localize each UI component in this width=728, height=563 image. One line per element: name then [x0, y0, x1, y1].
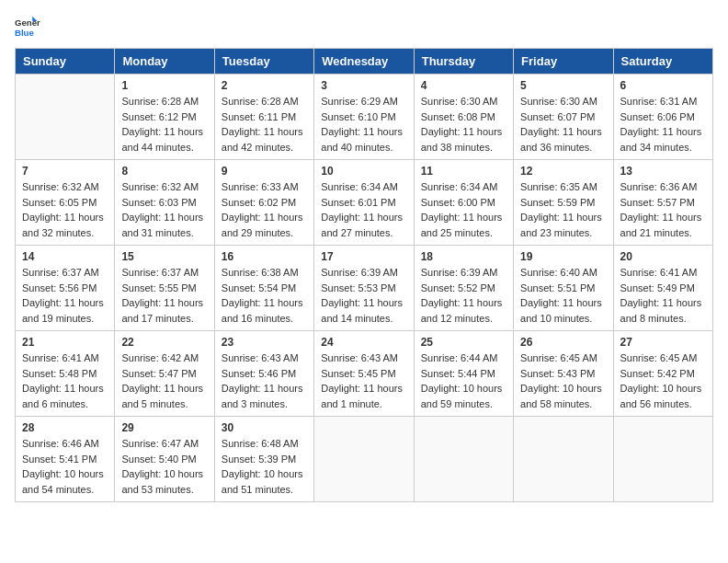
day-info: Sunrise: 6:41 AMSunset: 5:49 PMDaylight:… [620, 265, 706, 326]
day-info: Sunrise: 6:34 AMSunset: 6:00 PMDaylight:… [421, 179, 506, 240]
weekday-header-row: SundayMondayTuesdayWednesdayThursdayFrid… [16, 49, 713, 75]
day-number: 16 [222, 250, 307, 263]
calendar-cell: 10Sunrise: 6:34 AMSunset: 6:01 PMDayligh… [314, 160, 414, 246]
calendar-cell [414, 417, 513, 502]
day-info: Sunrise: 6:43 AMSunset: 5:45 PMDaylight:… [321, 350, 406, 411]
day-number: 13 [620, 165, 706, 178]
calendar-cell: 24Sunrise: 6:43 AMSunset: 5:45 PMDayligh… [314, 331, 414, 417]
day-number: 6 [620, 79, 706, 92]
day-number: 26 [520, 336, 606, 349]
day-number: 21 [22, 336, 108, 349]
weekday-header-thursday: Thursday [414, 49, 513, 75]
day-number: 7 [22, 165, 108, 178]
calendar-cell: 1Sunrise: 6:28 AMSunset: 6:12 PMDaylight… [115, 75, 214, 160]
calendar-cell: 11Sunrise: 6:34 AMSunset: 6:00 PMDayligh… [414, 160, 513, 246]
day-number: 20 [620, 250, 706, 263]
day-info: Sunrise: 6:43 AMSunset: 5:46 PMDaylight:… [222, 350, 307, 411]
week-row-3: 14Sunrise: 6:37 AMSunset: 5:56 PMDayligh… [16, 246, 713, 331]
day-number: 9 [222, 165, 307, 178]
svg-text:Blue: Blue [15, 28, 34, 38]
week-row-4: 21Sunrise: 6:41 AMSunset: 5:48 PMDayligh… [16, 331, 713, 417]
day-info: Sunrise: 6:37 AMSunset: 5:55 PMDaylight:… [121, 265, 207, 326]
day-info: Sunrise: 6:30 AMSunset: 6:07 PMDaylight:… [520, 94, 606, 155]
calendar-cell [514, 417, 613, 502]
calendar-cell: 15Sunrise: 6:37 AMSunset: 5:55 PMDayligh… [115, 246, 214, 331]
day-number: 30 [222, 421, 307, 434]
calendar-cell: 25Sunrise: 6:44 AMSunset: 5:44 PMDayligh… [414, 331, 513, 417]
calendar-table: SundayMondayTuesdayWednesdayThursdayFrid… [15, 48, 713, 502]
day-number: 10 [321, 165, 406, 178]
week-row-1: 1Sunrise: 6:28 AMSunset: 6:12 PMDaylight… [16, 75, 713, 160]
calendar-cell: 2Sunrise: 6:28 AMSunset: 6:11 PMDaylight… [214, 75, 313, 160]
weekday-header-sunday: Sunday [16, 49, 115, 75]
calendar-cell: 26Sunrise: 6:45 AMSunset: 5:43 PMDayligh… [514, 331, 613, 417]
calendar-cell: 30Sunrise: 6:48 AMSunset: 5:39 PMDayligh… [214, 417, 313, 502]
day-number: 14 [22, 250, 108, 263]
day-info: Sunrise: 6:36 AMSunset: 5:57 PMDaylight:… [620, 179, 706, 240]
weekday-header-friday: Friday [514, 49, 613, 75]
day-number: 1 [121, 79, 207, 92]
calendar-cell: 4Sunrise: 6:30 AMSunset: 6:08 PMDaylight… [414, 75, 513, 160]
week-row-2: 7Sunrise: 6:32 AMSunset: 6:05 PMDaylight… [16, 160, 713, 246]
day-info: Sunrise: 6:48 AMSunset: 5:39 PMDaylight:… [222, 436, 307, 497]
day-number: 17 [321, 250, 406, 263]
calendar-cell: 16Sunrise: 6:38 AMSunset: 5:54 PMDayligh… [214, 246, 313, 331]
day-number: 22 [121, 336, 207, 349]
weekday-header-saturday: Saturday [613, 49, 712, 75]
day-info: Sunrise: 6:39 AMSunset: 5:53 PMDaylight:… [321, 265, 406, 326]
day-number: 12 [520, 165, 606, 178]
day-number: 3 [321, 79, 406, 92]
calendar-cell: 12Sunrise: 6:35 AMSunset: 5:59 PMDayligh… [514, 160, 613, 246]
day-number: 2 [222, 79, 307, 92]
day-number: 27 [620, 336, 706, 349]
day-info: Sunrise: 6:37 AMSunset: 5:56 PMDaylight:… [22, 265, 108, 326]
day-number: 29 [121, 421, 207, 434]
day-info: Sunrise: 6:28 AMSunset: 6:11 PMDaylight:… [222, 94, 307, 155]
day-number: 28 [22, 421, 108, 434]
day-info: Sunrise: 6:42 AMSunset: 5:47 PMDaylight:… [121, 350, 207, 411]
day-info: Sunrise: 6:41 AMSunset: 5:48 PMDaylight:… [22, 350, 108, 411]
day-info: Sunrise: 6:45 AMSunset: 5:42 PMDaylight:… [620, 350, 706, 411]
calendar-cell: 28Sunrise: 6:46 AMSunset: 5:41 PMDayligh… [16, 417, 115, 502]
page-header: General Blue [15, 15, 713, 40]
day-number: 24 [321, 336, 406, 349]
day-number: 8 [121, 165, 207, 178]
day-number: 15 [121, 250, 207, 263]
calendar-cell: 9Sunrise: 6:33 AMSunset: 6:02 PMDaylight… [214, 160, 313, 246]
day-number: 18 [421, 250, 506, 263]
day-info: Sunrise: 6:33 AMSunset: 6:02 PMDaylight:… [222, 179, 307, 240]
day-number: 5 [520, 79, 606, 92]
day-info: Sunrise: 6:34 AMSunset: 6:01 PMDaylight:… [321, 179, 406, 240]
calendar-cell: 29Sunrise: 6:47 AMSunset: 5:40 PMDayligh… [115, 417, 214, 502]
weekday-header-wednesday: Wednesday [314, 49, 414, 75]
calendar-cell [613, 417, 712, 502]
day-info: Sunrise: 6:44 AMSunset: 5:44 PMDaylight:… [421, 350, 506, 411]
day-number: 11 [421, 165, 506, 178]
weekday-header-tuesday: Tuesday [214, 49, 313, 75]
calendar-cell [16, 75, 115, 160]
calendar-cell: 5Sunrise: 6:30 AMSunset: 6:07 PMDaylight… [514, 75, 613, 160]
day-info: Sunrise: 6:31 AMSunset: 6:06 PMDaylight:… [620, 94, 706, 155]
calendar-cell: 3Sunrise: 6:29 AMSunset: 6:10 PMDaylight… [314, 75, 414, 160]
calendar-cell: 20Sunrise: 6:41 AMSunset: 5:49 PMDayligh… [613, 246, 712, 331]
logo-icon: General Blue [15, 15, 40, 40]
day-info: Sunrise: 6:32 AMSunset: 6:05 PMDaylight:… [22, 179, 108, 240]
day-info: Sunrise: 6:30 AMSunset: 6:08 PMDaylight:… [421, 94, 506, 155]
day-info: Sunrise: 6:39 AMSunset: 5:52 PMDaylight:… [421, 265, 506, 326]
calendar-cell: 27Sunrise: 6:45 AMSunset: 5:42 PMDayligh… [613, 331, 712, 417]
svg-text:General: General [15, 17, 40, 28]
calendar-cell: 17Sunrise: 6:39 AMSunset: 5:53 PMDayligh… [314, 246, 414, 331]
day-info: Sunrise: 6:40 AMSunset: 5:51 PMDaylight:… [520, 265, 606, 326]
calendar-cell: 22Sunrise: 6:42 AMSunset: 5:47 PMDayligh… [115, 331, 214, 417]
calendar-cell [314, 417, 414, 502]
day-info: Sunrise: 6:38 AMSunset: 5:54 PMDaylight:… [222, 265, 307, 326]
calendar-cell: 13Sunrise: 6:36 AMSunset: 5:57 PMDayligh… [613, 160, 712, 246]
week-row-5: 28Sunrise: 6:46 AMSunset: 5:41 PMDayligh… [16, 417, 713, 502]
calendar-cell: 14Sunrise: 6:37 AMSunset: 5:56 PMDayligh… [16, 246, 115, 331]
day-info: Sunrise: 6:47 AMSunset: 5:40 PMDaylight:… [121, 436, 207, 497]
calendar-cell: 23Sunrise: 6:43 AMSunset: 5:46 PMDayligh… [214, 331, 313, 417]
calendar-body: 1Sunrise: 6:28 AMSunset: 6:12 PMDaylight… [16, 75, 713, 502]
calendar-cell: 21Sunrise: 6:41 AMSunset: 5:48 PMDayligh… [16, 331, 115, 417]
calendar-cell: 18Sunrise: 6:39 AMSunset: 5:52 PMDayligh… [414, 246, 513, 331]
day-info: Sunrise: 6:45 AMSunset: 5:43 PMDaylight:… [520, 350, 606, 411]
